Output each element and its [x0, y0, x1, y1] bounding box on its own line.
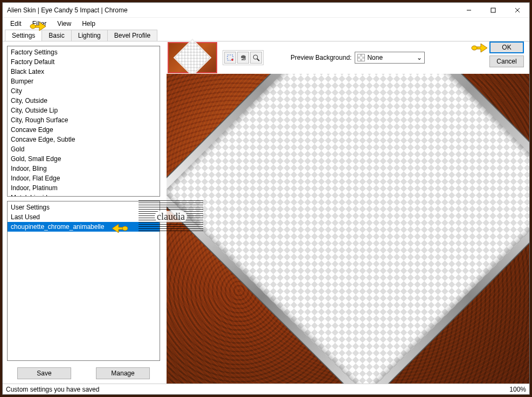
- list-item[interactable]: City: [8, 86, 160, 96]
- left-panel: Factory Settings Factory Default Black L…: [3, 41, 164, 384]
- ok-button[interactable]: OK: [489, 41, 524, 53]
- factory-settings-header: Factory Settings: [8, 47, 160, 57]
- list-item[interactable]: Last Used: [8, 212, 160, 222]
- preview-diamond-frame: [167, 74, 529, 384]
- preview-background-select[interactable]: None ⌄: [355, 52, 425, 64]
- button-row: Save Manage: [7, 365, 160, 381]
- maximize-button[interactable]: [481, 3, 505, 18]
- preview-thumbnail[interactable]: [168, 42, 217, 73]
- list-item[interactable]: Metal, Liquid: [8, 193, 160, 197]
- tab-settings[interactable]: Settings: [5, 30, 42, 41]
- preview-background-row: Preview Background: None ⌄: [291, 52, 425, 64]
- right-panel: Preview Background: None ⌄ OK Cancel: [164, 41, 529, 384]
- tab-lighting[interactable]: Lighting: [71, 30, 108, 41]
- body-area: Factory Settings Factory Default Black L…: [3, 41, 529, 384]
- tabbar: Settings Basic Lighting Bevel Profile: [3, 30, 529, 41]
- menu-view[interactable]: View: [52, 19, 77, 29]
- statusbar: Custom settings you have saved 100%: [3, 384, 529, 394]
- preview-background-value: None: [367, 54, 383, 61]
- save-button[interactable]: Save: [17, 367, 71, 379]
- thumbnail-diamond-icon: [174, 39, 212, 77]
- window-controls: [457, 3, 529, 18]
- tab-basic[interactable]: Basic: [42, 30, 71, 41]
- zoom-tool-icon[interactable]: [250, 52, 262, 64]
- preview-toolbar: Preview Background: None ⌄ OK Cancel: [164, 41, 529, 74]
- list-item[interactable]: Indoor, Bling: [8, 164, 160, 173]
- menu-edit[interactable]: Edit: [5, 19, 27, 29]
- svg-line-9: [257, 59, 259, 61]
- chevron-down-icon: ⌄: [417, 54, 422, 61]
- svg-point-8: [253, 55, 258, 59]
- preview-background-label: Preview Background:: [291, 54, 351, 61]
- tool-icons: [223, 50, 264, 65]
- marquee-tool-icon[interactable]: [224, 52, 236, 64]
- list-item[interactable]: City, Outside Lip: [8, 106, 160, 115]
- window-title: Alien Skin | Eye Candy 5 Impact | Chrome: [7, 6, 457, 14]
- list-item-selected[interactable]: choupinette_chrome_animabelle: [8, 222, 160, 232]
- zoom-level: 100%: [509, 386, 526, 393]
- list-item[interactable]: City, Outside: [8, 96, 160, 106]
- close-button[interactable]: [505, 3, 529, 18]
- minimize-button[interactable]: [457, 3, 481, 18]
- manage-button[interactable]: Manage: [96, 367, 150, 379]
- list-item[interactable]: Indoor, Platinum: [8, 183, 160, 193]
- hand-tool-icon[interactable]: [237, 52, 249, 64]
- list-item[interactable]: Gold: [8, 144, 160, 154]
- svg-rect-1: [491, 8, 495, 12]
- svg-point-7: [231, 59, 233, 61]
- list-item[interactable]: Concave Edge: [8, 125, 160, 135]
- list-item[interactable]: City, Rough Surface: [8, 115, 160, 125]
- list-item[interactable]: Concave Edge, Subtle: [8, 135, 160, 144]
- annotation-pointer-icon: [471, 40, 488, 53]
- preview-canvas[interactable]: [167, 74, 529, 384]
- user-settings-header: User Settings: [8, 203, 160, 212]
- menu-help[interactable]: Help: [77, 19, 101, 29]
- list-item[interactable]: Bumper: [8, 76, 160, 86]
- list-item[interactable]: Gold, Small Edge: [8, 154, 160, 164]
- status-text: Custom settings you have saved: [6, 386, 99, 393]
- tab-bevel-profile[interactable]: Bevel Profile: [107, 30, 157, 41]
- menu-filter[interactable]: Filter: [27, 19, 52, 29]
- factory-settings-list[interactable]: Factory Settings Factory Default Black L…: [7, 46, 160, 197]
- transparency-swatch-icon: [357, 54, 365, 61]
- cancel-button[interactable]: Cancel: [489, 55, 524, 67]
- svg-point-10: [472, 46, 477, 50]
- list-item[interactable]: Indoor, Flat Edge: [8, 173, 160, 183]
- list-item[interactable]: Black Latex: [8, 67, 160, 76]
- list-item[interactable]: Factory Default: [8, 57, 160, 67]
- app-window: Alien Skin | Eye Candy 5 Impact | Chrome…: [2, 2, 530, 395]
- menubar: Edit Filter View Help: [3, 18, 529, 30]
- user-settings-list[interactable]: User Settings Last Used choupinette_chro…: [7, 201, 160, 361]
- dialog-buttons: OK Cancel: [489, 41, 524, 67]
- titlebar: Alien Skin | Eye Candy 5 Impact | Chrome: [3, 3, 529, 18]
